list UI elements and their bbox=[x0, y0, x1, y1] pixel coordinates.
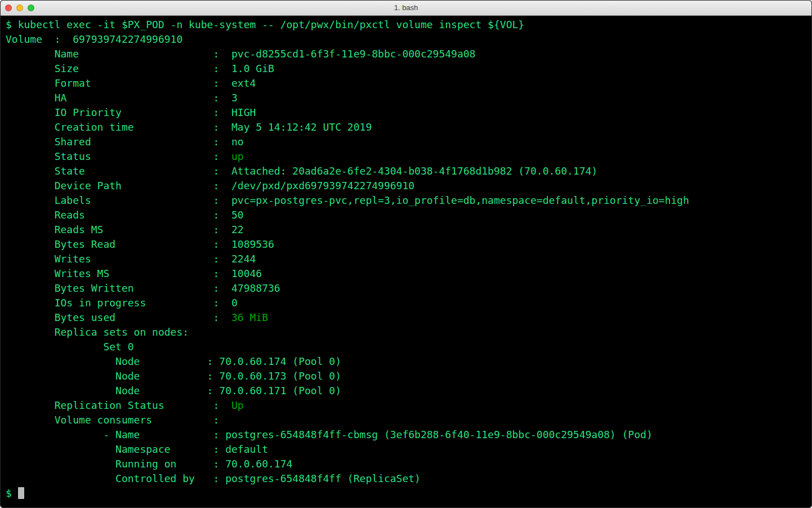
zoom-button[interactable] bbox=[28, 5, 34, 11]
field-replication-status: Replication Status : Up bbox=[6, 398, 808, 413]
field-labels: Labels : pvc=px-postgres-pvc,repl=3,io_p… bbox=[6, 193, 808, 208]
terminal-text: HA : 3 bbox=[6, 92, 238, 104]
volume-id-line: Volume : 697939742274996910 bbox=[6, 32, 808, 47]
terminal-text: Reads MS : 22 bbox=[6, 224, 244, 235]
status-value: up bbox=[231, 150, 244, 162]
terminal-text: Device Path : /dev/pxd/pxd69793974227499… bbox=[6, 180, 414, 191]
replica-node-2: Node : 70.0.60.173 (Pool 0) bbox=[6, 369, 808, 384]
terminal-text: Writes : 2244 bbox=[6, 253, 256, 265]
prompt-line: $ bbox=[6, 486, 808, 501]
replica-node-1: Node : 70.0.60.174 (Pool 0) bbox=[6, 354, 808, 369]
close-button[interactable] bbox=[5, 5, 12, 11]
field-status: Status : up bbox=[6, 149, 808, 164]
terminal-body[interactable]: $ kubectl exec -it $PX_POD -n kube-syste… bbox=[1, 16, 811, 508]
terminal-text: Status : bbox=[6, 150, 231, 162]
terminal-text: State : Attached: 20ad6a2e-6fe2-4304-b03… bbox=[6, 165, 597, 177]
terminal-text: $ kubectl exec -it $PX_POD -n kube-syste… bbox=[6, 19, 524, 30]
window-title: 1. bash bbox=[394, 1, 418, 15]
status-value: Up bbox=[231, 399, 244, 411]
field-ha: HA : 3 bbox=[6, 91, 808, 105]
window-titlebar[interactable]: 1. bash bbox=[1, 1, 811, 16]
field-volume-consumers: Volume consumers : bbox=[6, 413, 808, 427]
terminal-text: Node : 70.0.60.173 (Pool 0) bbox=[6, 370, 341, 382]
replica-sets-header: Replica sets on nodes: bbox=[6, 325, 808, 340]
terminal-text: $ bbox=[6, 487, 18, 499]
terminal-cursor bbox=[18, 487, 24, 499]
field-creation-time: Creation time : May 5 14:12:42 UTC 2019 bbox=[6, 120, 808, 135]
field-reads-ms: Reads MS : 22 bbox=[6, 222, 808, 237]
field-bytes-written: Bytes Written : 47988736 bbox=[6, 281, 808, 296]
terminal-text: Creation time : May 5 14:12:42 UTC 2019 bbox=[6, 121, 372, 133]
terminal-text: Format : ext4 bbox=[6, 77, 256, 89]
terminal-text: Name : pvc-d8255cd1-6f3f-11e9-8bbc-000c2… bbox=[6, 48, 475, 60]
terminal-text: Volume : 697939742274996910 bbox=[6, 33, 182, 45]
consumer-running-on: Running on : 70.0.60.174 bbox=[6, 457, 808, 471]
field-size: Size : 1.0 GiB bbox=[6, 61, 808, 76]
consumer-name: - Name : postgres-654848f4ff-cbmsg (3ef6… bbox=[6, 427, 808, 442]
terminal-text: Namespace : default bbox=[6, 443, 268, 455]
window-controls bbox=[5, 1, 34, 15]
replica-set-0: Set 0 bbox=[6, 340, 808, 354]
field-reads: Reads : 50 bbox=[6, 208, 808, 222]
terminal-text: Node : 70.0.60.171 (Pool 0) bbox=[6, 385, 341, 396]
field-writes-ms: Writes MS : 10046 bbox=[6, 266, 808, 281]
status-value: 36 MiB bbox=[231, 311, 268, 323]
terminal-text: IO Priority : HIGH bbox=[6, 106, 256, 118]
field-bytes-used: Bytes used : 36 MiB bbox=[6, 310, 808, 325]
terminal-text: Replication Status : bbox=[6, 399, 231, 411]
field-name: Name : pvc-d8255cd1-6f3f-11e9-8bbc-000c2… bbox=[6, 47, 808, 61]
terminal-text: Volume consumers : bbox=[6, 414, 219, 426]
terminal-text: Writes MS : 10046 bbox=[6, 268, 262, 279]
terminal-text: Node : 70.0.60.174 (Pool 0) bbox=[6, 355, 341, 367]
field-bytes-read: Bytes Read : 1089536 bbox=[6, 237, 808, 252]
terminal-text: Bytes Read : 1089536 bbox=[6, 238, 274, 250]
replica-node-3: Node : 70.0.60.171 (Pool 0) bbox=[6, 384, 808, 398]
field-format: Format : ext4 bbox=[6, 76, 808, 91]
field-shared: Shared : no bbox=[6, 135, 808, 149]
field-writes: Writes : 2244 bbox=[6, 252, 808, 266]
terminal-text: Controlled by : postgres-654848f4ff (Rep… bbox=[6, 473, 421, 484]
command-line: $ kubectl exec -it $PX_POD -n kube-syste… bbox=[6, 17, 808, 32]
consumer-namespace: Namespace : default bbox=[6, 442, 808, 457]
terminal-text: Labels : pvc=px-postgres-pvc,repl=3,io_p… bbox=[6, 194, 689, 206]
minimize-button[interactable] bbox=[16, 5, 23, 11]
terminal-text: Replica sets on nodes: bbox=[6, 326, 189, 338]
consumer-controlled-by: Controlled by : postgres-654848f4ff (Rep… bbox=[6, 471, 808, 486]
terminal-text: Running on : 70.0.60.174 bbox=[6, 458, 292, 470]
terminal-window: 1. bash $ kubectl exec -it $PX_POD -n ku… bbox=[0, 0, 812, 508]
terminal-text: Bytes Written : 47988736 bbox=[6, 282, 280, 294]
terminal-text: Size : 1.0 GiB bbox=[6, 63, 274, 74]
field-io-priority: IO Priority : HIGH bbox=[6, 105, 808, 120]
terminal-text: - Name : postgres-654848f4ff-cbmsg (3ef6… bbox=[6, 429, 653, 440]
terminal-text: Set 0 bbox=[6, 341, 134, 353]
terminal-text: Shared : no bbox=[6, 136, 244, 148]
terminal-text: Reads : 50 bbox=[6, 209, 244, 221]
terminal-text: IOs in progress : 0 bbox=[6, 297, 238, 309]
terminal-text: Bytes used : bbox=[6, 311, 231, 323]
field-device-path: Device Path : /dev/pxd/pxd69793974227499… bbox=[6, 179, 808, 193]
field-state: State : Attached: 20ad6a2e-6fe2-4304-b03… bbox=[6, 164, 808, 179]
field-ios-in-progress: IOs in progress : 0 bbox=[6, 296, 808, 310]
